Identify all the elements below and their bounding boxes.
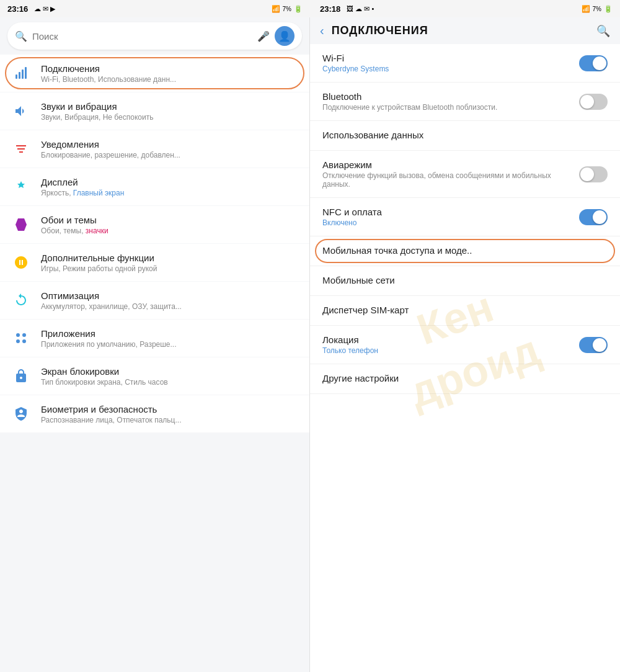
connections-icon <box>10 62 32 84</box>
location-item[interactable]: Локация Только телефон <box>310 326 620 364</box>
bluetooth-text: Bluetooth Подключение к устройствам Blue… <box>322 91 579 112</box>
settings-item-notifications[interactable]: Уведомления Блокирование, разрешение, до… <box>0 130 309 168</box>
display-icon <box>10 176 32 198</box>
mobile-networks-item[interactable]: Мобильные сети <box>310 266 620 296</box>
svg-rect-3 <box>25 67 27 79</box>
svg-point-7 <box>22 339 26 343</box>
apps-icon <box>10 327 32 349</box>
location-text: Локация Только телефон <box>322 334 579 355</box>
display-subtitle: Яркость, Главный экран <box>41 189 299 197</box>
settings-item-display[interactable]: Дисплей Яркость, Главный экран <box>0 168 309 205</box>
nfc-item[interactable]: NFC и оплата Включено <box>310 198 620 236</box>
biometrics-text: Биометрия и безопасность Распознавание л… <box>41 404 299 424</box>
nfc-title: NFC и оплата <box>322 207 579 217</box>
bluetooth-item[interactable]: Bluetooth Подключение к устройствам Blue… <box>310 83 620 121</box>
hotspot-item[interactable]: Мобильная точка доступа и моде.. <box>310 236 620 266</box>
mobile-networks-text: Мобильные сети <box>322 275 608 287</box>
settings-item-sounds[interactable]: Звуки и вибрация Звуки, Вибрация, Не бес… <box>0 92 309 130</box>
sim-manager-text: Диспетчер SIM-карт <box>322 305 608 316</box>
themes-title: Обои и темы <box>41 215 299 225</box>
wifi-item[interactable]: Wi-Fi Cyberdyne Systems <box>310 44 620 83</box>
hotspot-text: Мобильная точка доступа и моде.. <box>322 245 608 257</box>
right-search-button[interactable]: 🔍 <box>596 24 610 38</box>
airplane-title: Авиарежим <box>322 159 579 170</box>
airplane-item[interactable]: Авиарежим Отключение функций вызова, обм… <box>310 151 620 198</box>
biometrics-title: Биометрия и безопасность <box>41 404 299 414</box>
right-panel-title: ПОДКЛЮЧЕНИЯ <box>332 24 589 37</box>
bluetooth-toggle[interactable] <box>579 94 608 110</box>
optimization-icon <box>10 289 32 311</box>
left-time: 23:16 <box>7 4 28 14</box>
airplane-subtitle: Отключение функций вызова, обмена сообще… <box>322 171 579 189</box>
connections-title: Подключения <box>41 63 299 74</box>
hotspot-title: Мобильная точка доступа и моде.. <box>322 245 608 256</box>
apps-title: Приложения <box>41 328 299 339</box>
settings-item-apps[interactable]: Приложения Приложения по умолчанию, Разр… <box>0 320 309 357</box>
sounds-icon <box>10 100 32 122</box>
svg-rect-2 <box>22 69 24 79</box>
data-usage-title: Использование данных <box>322 130 608 140</box>
settings-item-lockscreen[interactable]: Экран блокировки Тип блокировки экрана, … <box>0 357 309 395</box>
other-settings-title: Другие настройки <box>322 373 608 383</box>
notifications-subtitle: Блокирование, разрешение, добавлен... <box>41 151 299 159</box>
svg-point-4 <box>16 333 20 337</box>
display-title: Дисплей <box>41 177 299 187</box>
wifi-toggle[interactable] <box>579 55 608 71</box>
nfc-subtitle: Включено <box>322 218 579 227</box>
lockscreen-subtitle: Тип блокировки экрана, Стиль часов <box>41 378 299 387</box>
sounds-text: Звуки и вибрация Звуки, Вибрация, Не бес… <box>41 101 299 122</box>
sounds-title: Звуки и вибрация <box>41 101 299 112</box>
nfc-toggle[interactable] <box>579 209 608 225</box>
notifications-text: Уведомления Блокирование, разрешение, до… <box>41 139 299 159</box>
search-icon: 🔍 <box>15 30 27 42</box>
biometrics-icon <box>10 403 32 425</box>
settings-item-optimization[interactable]: Оптимизация Аккумулятор, хранилище, ОЗУ,… <box>0 282 309 319</box>
left-signal-icons: 📶 7% 🔋 <box>272 5 303 13</box>
apps-subtitle: Приложения по умолчанию, Разреше... <box>41 340 299 349</box>
sim-manager-title: Диспетчер SIM-карт <box>322 305 608 315</box>
notifications-icon <box>10 138 32 160</box>
airplane-toggle[interactable] <box>579 166 608 182</box>
settings-list: Подключения Wi-Fi, Bluetooth, Использова… <box>0 55 309 672</box>
back-button[interactable]: ‹ <box>320 24 324 38</box>
right-panel: Кендроид ‹ ПОДКЛЮЧЕНИЯ 🔍 Wi-Fi Cyberdyne… <box>310 17 620 672</box>
apps-text: Приложения Приложения по умолчанию, Разр… <box>41 328 299 349</box>
svg-rect-0 <box>16 74 17 79</box>
search-input[interactable] <box>32 31 252 42</box>
lockscreen-icon <box>10 365 32 387</box>
data-usage-item[interactable]: Использование данных <box>310 121 620 151</box>
left-status-bar: 23:16 ☁ ✉ ▶ 📶 7% 🔋 <box>0 0 310 17</box>
sim-manager-item[interactable]: Диспетчер SIM-карт <box>310 296 620 326</box>
advanced-text: Дополнительные функции Игры, Режим работ… <box>41 253 299 273</box>
settings-item-themes[interactable]: Обои и темы Обои, темы, значки <box>0 206 309 243</box>
connections-list: Wi-Fi Cyberdyne Systems Bluetooth Подклю… <box>310 44 620 672</box>
wifi-title: Wi-Fi <box>322 53 579 63</box>
settings-item-advanced[interactable]: Дополнительные функции Игры, Режим работ… <box>0 244 309 281</box>
themes-text: Обои и темы Обои, темы, значки <box>41 215 299 235</box>
other-settings-item[interactable]: Другие настройки <box>310 364 620 394</box>
profile-icon[interactable]: 👤 <box>275 26 294 46</box>
location-subtitle: Только телефон <box>322 346 579 355</box>
wifi-text: Wi-Fi Cyberdyne Systems <box>322 53 579 73</box>
mic-icon[interactable]: 🎤 <box>257 30 270 42</box>
settings-item-biometrics[interactable]: Биометрия и безопасность Распознавание л… <box>0 395 309 432</box>
advanced-icon <box>10 251 32 274</box>
optimization-subtitle: Аккумулятор, хранилище, ОЗУ, защита... <box>41 302 299 311</box>
airplane-text: Авиарежим Отключение функций вызова, обм… <box>322 159 579 189</box>
notifications-title: Уведомления <box>41 139 299 150</box>
right-status-icons: 🖼 ☁ ✉ • <box>347 5 374 13</box>
data-usage-text: Использование данных <box>322 130 608 141</box>
connections-text: Подключения Wi-Fi, Bluetooth, Использова… <box>41 63 299 84</box>
left-status-icons: ☁ ✉ ▶ <box>34 5 55 13</box>
connections-subtitle: Wi-Fi, Bluetooth, Использование данн... <box>41 75 299 84</box>
optimization-title: Оптимизация <box>41 290 299 301</box>
settings-item-connections[interactable]: Подключения Wi-Fi, Bluetooth, Использова… <box>0 55 309 92</box>
themes-subtitle: Обои, темы, значки <box>41 226 299 235</box>
right-header: ‹ ПОДКЛЮЧЕНИЯ 🔍 <box>310 17 620 44</box>
bluetooth-title: Bluetooth <box>322 91 579 102</box>
advanced-title: Дополнительные функции <box>41 253 299 263</box>
location-toggle[interactable] <box>579 337 608 353</box>
display-text: Дисплей Яркость, Главный экран <box>41 177 299 197</box>
search-bar[interactable]: 🔍 🎤 👤 <box>7 22 302 50</box>
right-status-bar: 23:18 🖼 ☁ ✉ • 📶 7% 🔋 <box>310 0 620 17</box>
